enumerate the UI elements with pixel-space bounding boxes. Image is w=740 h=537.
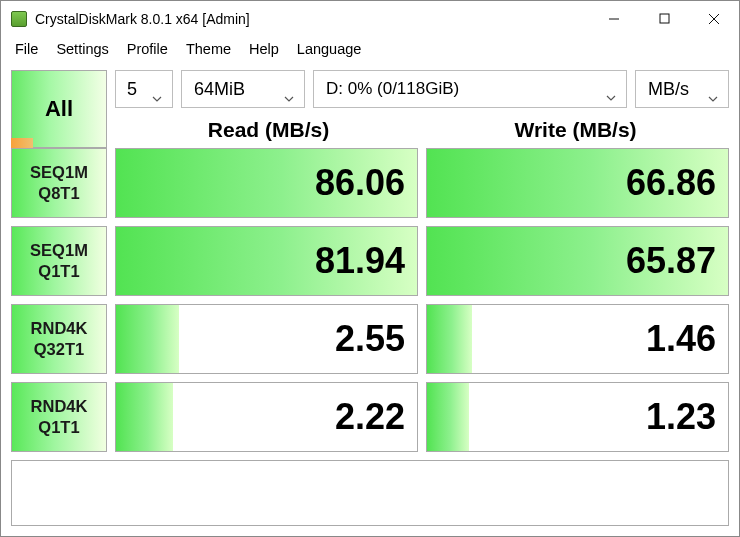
- minimize-button[interactable]: [589, 1, 639, 36]
- write-value: 1.46: [646, 318, 716, 360]
- run-test-button[interactable]: RND4KQ32T1: [11, 304, 107, 374]
- header-read: Read (MB/s): [115, 118, 422, 142]
- unit-value: MB/s: [648, 79, 689, 100]
- runs-select[interactable]: 5: [115, 70, 173, 108]
- write-cell: 1.23: [426, 382, 729, 452]
- run-test-button[interactable]: RND4KQ1T1: [11, 382, 107, 452]
- content-area: All 5 64MiB D: 0% (0/118GiB): [1, 62, 739, 536]
- read-value: 86.06: [315, 162, 405, 204]
- window-buttons: [589, 1, 739, 36]
- result-row: RND4KQ1T12.221.23: [11, 382, 729, 452]
- run-all-label: All: [45, 96, 73, 122]
- read-cell: 81.94: [115, 226, 418, 296]
- run-test-button[interactable]: SEQ1MQ1T1: [11, 226, 107, 296]
- write-value: 65.87: [626, 240, 716, 282]
- blocksize-value: 64MiB: [194, 79, 245, 100]
- run-all-button[interactable]: All: [11, 70, 107, 148]
- menu-file[interactable]: File: [7, 39, 46, 59]
- test-label-line1: RND4K: [31, 318, 88, 339]
- test-label-line2: Q8T1: [38, 183, 79, 204]
- read-value: 2.22: [335, 396, 405, 438]
- drive-value: D: 0% (0/118GiB): [326, 79, 459, 99]
- menu-settings[interactable]: Settings: [48, 39, 116, 59]
- close-icon: [708, 13, 720, 25]
- chevron-down-icon: [708, 86, 718, 92]
- close-button[interactable]: [689, 1, 739, 36]
- status-area: [11, 460, 729, 526]
- minimize-icon: [608, 13, 620, 25]
- unit-select[interactable]: MB/s: [635, 70, 729, 108]
- read-bar: [116, 383, 173, 451]
- blocksize-select[interactable]: 64MiB: [181, 70, 305, 108]
- read-cell: 2.22: [115, 382, 418, 452]
- write-cell: 65.87: [426, 226, 729, 296]
- write-cell: 66.86: [426, 148, 729, 218]
- svg-rect-1: [660, 14, 669, 23]
- run-test-button[interactable]: SEQ1MQ8T1: [11, 148, 107, 218]
- menu-language[interactable]: Language: [289, 39, 370, 59]
- test-label-line1: SEQ1M: [30, 240, 88, 261]
- app-window: CrystalDiskMark 8.0.1 x64 [Admin] File S…: [0, 0, 740, 537]
- menu-theme[interactable]: Theme: [178, 39, 239, 59]
- chevron-down-icon: [152, 86, 162, 92]
- test-label-line1: RND4K: [31, 396, 88, 417]
- read-cell: 86.06: [115, 148, 418, 218]
- read-value: 2.55: [335, 318, 405, 360]
- result-row: SEQ1MQ1T181.9465.87: [11, 226, 729, 296]
- read-cell: 2.55: [115, 304, 418, 374]
- runs-value: 5: [127, 79, 137, 100]
- write-bar: [427, 305, 472, 373]
- maximize-button[interactable]: [639, 1, 689, 36]
- maximize-icon: [659, 13, 670, 24]
- test-label-line2: Q1T1: [38, 417, 79, 438]
- test-label-line1: SEQ1M: [30, 162, 88, 183]
- drive-select[interactable]: D: 0% (0/118GiB): [313, 70, 627, 108]
- write-value: 1.23: [646, 396, 716, 438]
- test-label-line2: Q1T1: [38, 261, 79, 282]
- write-cell: 1.46: [426, 304, 729, 374]
- menu-help[interactable]: Help: [241, 39, 287, 59]
- chevron-down-icon: [606, 86, 616, 92]
- result-row: SEQ1MQ8T186.0666.86: [11, 148, 729, 218]
- menubar: File Settings Profile Theme Help Languag…: [1, 36, 739, 62]
- chevron-down-icon: [284, 86, 294, 92]
- app-icon: [11, 11, 27, 27]
- window-title: CrystalDiskMark 8.0.1 x64 [Admin]: [35, 11, 589, 27]
- menu-profile[interactable]: Profile: [119, 39, 176, 59]
- read-value: 81.94: [315, 240, 405, 282]
- read-bar: [116, 305, 179, 373]
- write-value: 66.86: [626, 162, 716, 204]
- header-write: Write (MB/s): [422, 118, 729, 142]
- titlebar: CrystalDiskMark 8.0.1 x64 [Admin]: [1, 1, 739, 36]
- write-bar: [427, 383, 469, 451]
- result-row: RND4KQ32T12.551.46: [11, 304, 729, 374]
- test-label-line2: Q32T1: [34, 339, 84, 360]
